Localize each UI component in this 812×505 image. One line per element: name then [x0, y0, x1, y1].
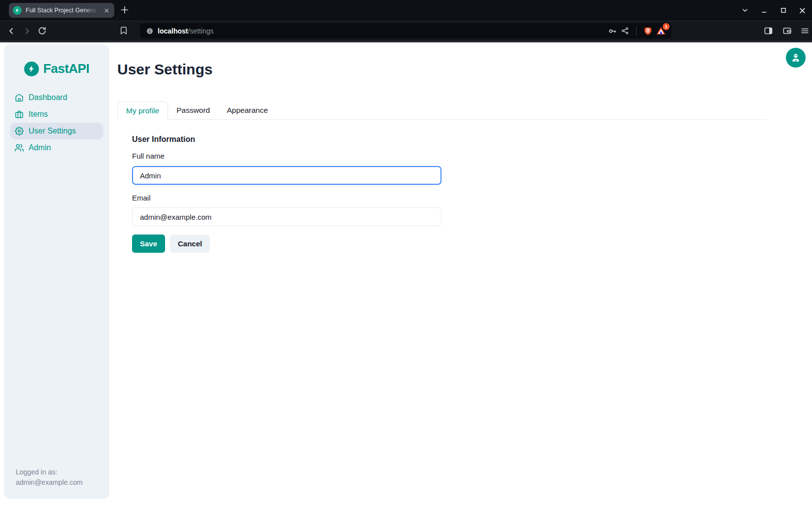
logged-in-as: Logged in as: admin@example.com: [16, 467, 83, 488]
browser-tab[interactable]: Full Stack Project Genera: [9, 3, 114, 18]
logged-in-as-email: admin@example.com: [16, 477, 83, 488]
tab-title: Full Stack Project Genera: [26, 7, 99, 14]
reload-icon[interactable]: [37, 26, 47, 35]
window-controls: [741, 0, 806, 21]
toolbar-bottom-edge: [0, 40, 812, 42]
cancel-button[interactable]: Cancel: [170, 235, 210, 253]
user-avatar-button[interactable]: [786, 48, 806, 67]
sidebar-nav: Dashboard Items User Settings Admin: [10, 89, 103, 156]
fastapi-logo-icon: [24, 62, 39, 76]
logged-in-as-label: Logged in as:: [16, 467, 83, 477]
section-title: User Information: [132, 135, 195, 144]
close-window-icon[interactable]: [799, 7, 806, 14]
chevron-down-icon[interactable]: [741, 6, 749, 14]
page-title: User Settings: [117, 61, 212, 78]
key-icon[interactable]: [608, 27, 617, 35]
sidebar-item-dashboard[interactable]: Dashboard: [10, 89, 103, 106]
url-path: /settings: [188, 27, 213, 35]
url-bar[interactable]: localhost/settings 1: [140, 23, 672, 38]
minimize-icon[interactable]: [761, 7, 768, 14]
logo-text: FastAPI: [43, 61, 89, 76]
gear-icon: [15, 127, 24, 135]
tab-list: My profile Password Appearance: [117, 101, 767, 120]
email-input[interactable]: [132, 207, 441, 226]
sidebar-item-label: Dashboard: [29, 93, 67, 102]
share-icon[interactable]: [621, 27, 629, 35]
brave-shield-icon[interactable]: [643, 27, 652, 35]
briefcase-icon: [15, 110, 24, 119]
sidebar-item-label: Admin: [29, 143, 51, 152]
sidebar-toggle-icon[interactable]: [764, 26, 773, 35]
forward-icon[interactable]: [22, 26, 32, 36]
sidebar-item-items[interactable]: Items: [10, 106, 103, 123]
email-label: Email: [132, 194, 151, 202]
back-icon[interactable]: [6, 26, 16, 36]
fastapi-favicon-icon: [13, 6, 22, 15]
url-text: localhost/settings: [158, 27, 214, 35]
sidebar-item-label: Items: [29, 110, 48, 119]
sidebar-item-admin[interactable]: Admin: [10, 139, 103, 156]
wallet-icon[interactable]: [782, 26, 792, 35]
settings-tabs: My profile Password Appearance: [117, 101, 767, 120]
rewards-badge: 1: [663, 23, 670, 30]
save-button[interactable]: Save: [132, 235, 165, 253]
site-info-icon[interactable]: [146, 27, 154, 35]
user-icon: [790, 52, 801, 63]
brave-rewards-icon[interactable]: 1: [656, 26, 666, 35]
tab-close-icon[interactable]: [103, 7, 110, 14]
browser-tab-bar: Full Stack Project Genera: [0, 0, 812, 21]
full-name-label: Full name: [132, 152, 165, 160]
bookmark-icon[interactable]: [119, 26, 128, 35]
tab-appearance[interactable]: Appearance: [218, 101, 276, 119]
sidebar-item-user-settings[interactable]: User Settings: [10, 123, 103, 139]
fastapi-logo: FastAPI: [4, 61, 109, 76]
tab-password[interactable]: Password: [168, 101, 218, 119]
app-sidebar: FastAPI Dashboard Items User Settings Ad…: [4, 44, 109, 499]
full-name-input[interactable]: [132, 166, 441, 185]
browser-toolbar: localhost/settings 1: [0, 21, 812, 40]
toolbar-divider: [636, 27, 637, 35]
maximize-icon[interactable]: [780, 7, 787, 14]
menu-icon[interactable]: [800, 26, 810, 35]
tab-my-profile[interactable]: My profile: [117, 101, 168, 120]
new-tab-icon[interactable]: [119, 4, 130, 15]
users-icon: [15, 143, 24, 152]
sidebar-item-label: User Settings: [29, 127, 76, 135]
home-icon: [15, 93, 24, 102]
